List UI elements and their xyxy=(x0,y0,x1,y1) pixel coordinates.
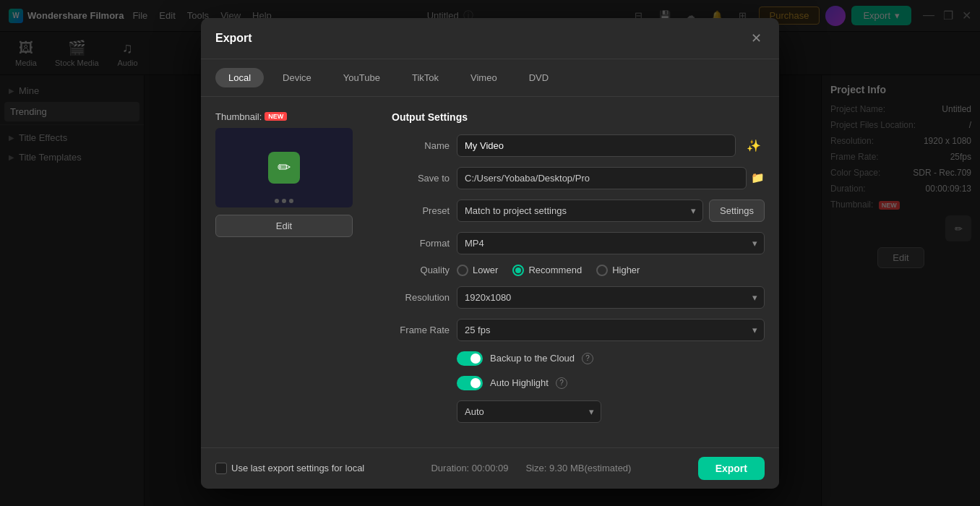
last-settings-checkbox[interactable]: Use last export settings for local xyxy=(215,463,364,474)
save-to-label: Save to xyxy=(392,173,450,184)
dot-3 xyxy=(289,199,293,203)
resolution-select-wrap: 1920x1080 xyxy=(457,286,765,309)
highlight-help-icon[interactable]: ? xyxy=(556,377,567,389)
format-label: Format xyxy=(392,238,450,249)
ai-icon-button[interactable]: ✨ xyxy=(743,134,765,156)
output-settings-title: Output Settings xyxy=(392,111,765,123)
name-input[interactable] xyxy=(457,134,736,157)
corner-dots xyxy=(275,199,293,203)
modal-overlay: Export ✕ Local Device YouTube TikTok Vim… xyxy=(0,0,980,506)
export-tabs: Local Device YouTube TikTok Vimeo DVD xyxy=(201,59,779,97)
new-badge: NEW xyxy=(265,112,287,121)
export-modal: Export ✕ Local Device YouTube TikTok Vim… xyxy=(201,18,779,489)
footer-meta: Duration: 00:00:09 Size: 9.30 MB(estimat… xyxy=(431,463,631,473)
form-row-quality: Quality Lower Recommend Higher xyxy=(392,265,765,276)
form-row-format: Format MP4 xyxy=(392,232,765,254)
thumbnail-edit-button[interactable]: Edit xyxy=(215,215,353,237)
modal-body: Thumbnail: NEW ✏ Edit Output Settings xyxy=(201,97,779,447)
preset-label: Preset xyxy=(392,205,450,216)
backup-help-icon[interactable]: ? xyxy=(582,353,593,364)
dot-2 xyxy=(282,199,286,203)
tab-youtube[interactable]: YouTube xyxy=(330,68,393,87)
radio-lower xyxy=(457,265,468,276)
backup-label: Backup to the Cloud xyxy=(490,353,575,364)
tab-vimeo[interactable]: Vimeo xyxy=(457,68,510,87)
preset-wrap: Match to project settings Settings xyxy=(457,200,765,222)
tab-tiktok[interactable]: TikTok xyxy=(399,68,452,87)
modal-footer: Use last export settings for local Durat… xyxy=(201,447,779,489)
thumbnail-section: Thumbnail: NEW ✏ Edit xyxy=(215,111,374,433)
modal-header: Export ✕ xyxy=(201,18,779,59)
size-meta: Size: 9.30 MB(estimated) xyxy=(525,463,631,473)
form-row-name: Name ✨ xyxy=(392,134,765,157)
dot-1 xyxy=(275,199,279,203)
duration-meta: Duration: 00:00:09 xyxy=(431,463,508,473)
name-label: Name xyxy=(392,140,450,151)
form-row-framerate: Frame Rate 25 fps xyxy=(392,319,765,341)
modal-title: Export xyxy=(215,32,252,45)
export-final-button[interactable]: Export xyxy=(698,457,765,480)
checkbox xyxy=(215,463,227,474)
highlight-label: Auto Highlight xyxy=(490,377,549,388)
highlight-row: Auto Highlight ? xyxy=(457,376,765,390)
settings-button[interactable]: Settings xyxy=(709,200,765,222)
path-input-wrap: 📁 xyxy=(457,167,765,189)
form-row-resolution: Resolution 1920x1080 xyxy=(392,286,765,309)
modal-close-button[interactable]: ✕ xyxy=(747,30,765,47)
radio-higher xyxy=(596,265,608,276)
resolution-label-form: Resolution xyxy=(392,292,450,303)
preset-select[interactable]: Match to project settings xyxy=(457,200,703,222)
folder-icon[interactable]: 📁 xyxy=(751,171,765,184)
quality-higher[interactable]: Higher xyxy=(596,265,640,276)
tab-local[interactable]: Local xyxy=(215,68,264,87)
quality-label: Quality xyxy=(392,265,450,275)
quality-lower[interactable]: Lower xyxy=(457,265,498,276)
framerate-label-form: Frame Rate xyxy=(392,325,450,335)
backup-row: Backup to the Cloud ? xyxy=(457,351,765,366)
preset-select-wrap: Match to project settings xyxy=(457,200,703,222)
auto-select-section: Auto xyxy=(392,400,765,423)
thumbnail-preview: ✏ xyxy=(215,128,353,207)
path-input[interactable] xyxy=(457,167,747,189)
backup-toggle[interactable] xyxy=(457,351,483,366)
framerate-select-wrap: 25 fps xyxy=(457,319,765,341)
quality-recommend[interactable]: Recommend xyxy=(512,265,582,276)
format-select[interactable]: MP4 xyxy=(457,232,765,254)
tab-device[interactable]: Device xyxy=(270,68,324,87)
auto-select[interactable]: Auto xyxy=(457,400,601,423)
form-row-preset: Preset Match to project settings Setting… xyxy=(392,200,765,222)
output-settings: Output Settings Name ✨ Save to 📁 xyxy=(374,111,765,433)
pencil-icon: ✏ xyxy=(268,152,300,184)
toggle-section: Backup to the Cloud ? Auto Highlight ? xyxy=(392,351,765,390)
resolution-select[interactable]: 1920x1080 xyxy=(457,286,765,309)
framerate-select[interactable]: 25 fps xyxy=(457,319,765,341)
format-select-wrap: MP4 xyxy=(457,232,765,254)
form-row-saveto: Save to 📁 xyxy=(392,167,765,189)
thumbnail-label: Thumbnail: NEW xyxy=(215,111,374,122)
radio-recommend xyxy=(512,265,524,276)
last-settings-label: Use last export settings for local xyxy=(231,463,364,473)
auto-select-wrap: Auto xyxy=(457,400,601,423)
footer-left: Use last export settings for local xyxy=(215,463,364,474)
tab-dvd[interactable]: DVD xyxy=(516,68,562,87)
highlight-toggle[interactable] xyxy=(457,376,483,390)
quality-options: Lower Recommend Higher xyxy=(457,265,640,276)
